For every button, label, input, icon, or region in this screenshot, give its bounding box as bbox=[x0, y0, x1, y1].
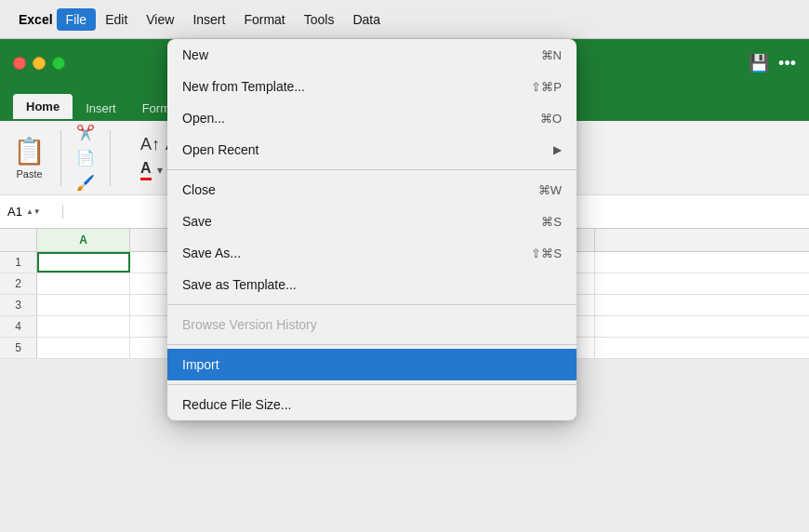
ribbon-divider-1 bbox=[60, 130, 61, 186]
scissors-icon[interactable]: ✂️ bbox=[76, 124, 95, 141]
maximize-button[interactable] bbox=[52, 57, 65, 70]
save-cloud-icon[interactable]: 💾 bbox=[749, 53, 769, 73]
menu-item-open-recent-label: Open Recent bbox=[182, 142, 259, 157]
minimize-button[interactable] bbox=[33, 57, 46, 70]
menu-item-edit[interactable]: Edit bbox=[96, 8, 137, 31]
menu-item-close-label: Close bbox=[182, 182, 216, 197]
row-header-5: 5 bbox=[0, 338, 37, 358]
paste-label: Paste bbox=[16, 168, 42, 180]
cell-ref-value: A1 bbox=[7, 205, 22, 219]
menu-separator-3 bbox=[167, 344, 577, 345]
menu-item-format[interactable]: Format bbox=[234, 8, 294, 31]
menu-item-save-template-label: Save as Template... bbox=[182, 277, 297, 292]
menu-item-new-template-shortcut: ⇧⌘P bbox=[531, 80, 562, 94]
menu-item-save-as-label: Save As... bbox=[182, 246, 241, 260]
cell-ref-arrows-icon: ▲▼ bbox=[26, 207, 41, 216]
menu-item-save[interactable]: Save ⌘S bbox=[167, 206, 577, 237]
scissors-section: ✂️ 📄 🖌️ bbox=[76, 124, 95, 192]
col-header-a[interactable]: A bbox=[37, 229, 130, 251]
traffic-lights bbox=[13, 57, 65, 70]
menu-item-browse-history: Browse Version History bbox=[167, 309, 577, 340]
menu-item-insert[interactable]: Insert bbox=[183, 8, 234, 31]
menu-item-new-from-template[interactable]: New from Template... ⇧⌘P bbox=[167, 71, 577, 102]
row-header-4: 4 bbox=[0, 316, 37, 337]
menu-item-save-as-shortcut: ⇧⌘S bbox=[531, 246, 562, 260]
menu-bar: Excel File Edit View Insert Format Tools… bbox=[0, 0, 809, 39]
menu-item-new-shortcut: ⌘N bbox=[541, 48, 562, 62]
menu-item-import-label: Import bbox=[182, 357, 219, 372]
paste-section: 📋 Paste bbox=[13, 136, 46, 180]
row-header-1: 1 bbox=[0, 252, 37, 273]
menu-item-reduce-label: Reduce File Size... bbox=[182, 397, 292, 412]
menu-item-browse-history-label: Browse Version History bbox=[182, 317, 317, 332]
app-name: Excel bbox=[19, 12, 53, 27]
tab-home[interactable]: Home bbox=[13, 94, 73, 121]
ribbon-divider-2 bbox=[110, 130, 111, 186]
more-options-icon[interactable]: ••• bbox=[778, 54, 796, 73]
menu-item-open-recent[interactable]: Open Recent ▶ bbox=[167, 134, 577, 166]
menu-separator-2 bbox=[167, 304, 577, 305]
menu-item-open-shortcut: ⌘O bbox=[540, 112, 562, 126]
menu-item-tools[interactable]: Tools bbox=[295, 8, 344, 31]
menu-item-save-shortcut: ⌘S bbox=[541, 215, 562, 229]
chrome-toolbar: 💾 ••• bbox=[749, 53, 796, 73]
cell-reference[interactable]: A1 ▲▼ bbox=[7, 205, 63, 219]
cell-a3[interactable] bbox=[37, 295, 130, 315]
menu-item-data[interactable]: Data bbox=[343, 8, 390, 31]
menu-item-close[interactable]: Close ⌘W bbox=[167, 174, 577, 206]
font-color-button[interactable]: A bbox=[140, 160, 152, 180]
row-header-2: 2 bbox=[0, 273, 37, 294]
cell-a5[interactable] bbox=[37, 338, 130, 358]
row-header-3: 3 bbox=[0, 295, 37, 315]
cell-a1[interactable] bbox=[37, 252, 130, 273]
menu-separator-1 bbox=[167, 169, 577, 170]
file-dropdown-menu: New ⌘N New from Template... ⇧⌘P Open... … bbox=[167, 39, 577, 420]
menu-item-open-recent-arrow-icon: ▶ bbox=[553, 143, 562, 156]
menu-item-reduce-file-size[interactable]: Reduce File Size... bbox=[167, 389, 577, 420]
menu-item-save-template[interactable]: Save as Template... bbox=[167, 269, 577, 300]
corner-cell bbox=[0, 229, 37, 251]
menu-item-save-label: Save bbox=[182, 214, 212, 229]
cell-a2[interactable] bbox=[37, 273, 130, 294]
cell-a4[interactable] bbox=[37, 316, 130, 337]
menu-item-new-template-label: New from Template... bbox=[182, 79, 305, 94]
menu-item-file[interactable]: File bbox=[57, 8, 97, 31]
menu-separator-4 bbox=[167, 384, 577, 385]
menu-item-open[interactable]: Open... ⌘O bbox=[167, 102, 577, 134]
close-button[interactable] bbox=[13, 57, 26, 70]
tab-insert[interactable]: Insert bbox=[73, 96, 129, 121]
menu-item-new-label: New bbox=[182, 47, 208, 62]
font-color-dropdown-icon[interactable]: ▾ bbox=[157, 164, 163, 177]
menu-item-import[interactable]: Import bbox=[167, 349, 577, 380]
menu-item-open-label: Open... bbox=[182, 111, 225, 126]
copy-icon[interactable]: 📄 bbox=[76, 149, 95, 166]
menu-item-save-as[interactable]: Save As... ⇧⌘S bbox=[167, 237, 577, 269]
menu-item-close-shortcut: ⌘W bbox=[538, 183, 562, 197]
menu-item-new[interactable]: New ⌘N bbox=[167, 39, 577, 71]
paste-icon: 📋 bbox=[13, 136, 46, 166]
font-size-increase-icon[interactable]: A↑ bbox=[140, 135, 160, 154]
format-painter-icon[interactable]: 🖌️ bbox=[76, 174, 95, 192]
menu-item-view[interactable]: View bbox=[137, 8, 183, 31]
